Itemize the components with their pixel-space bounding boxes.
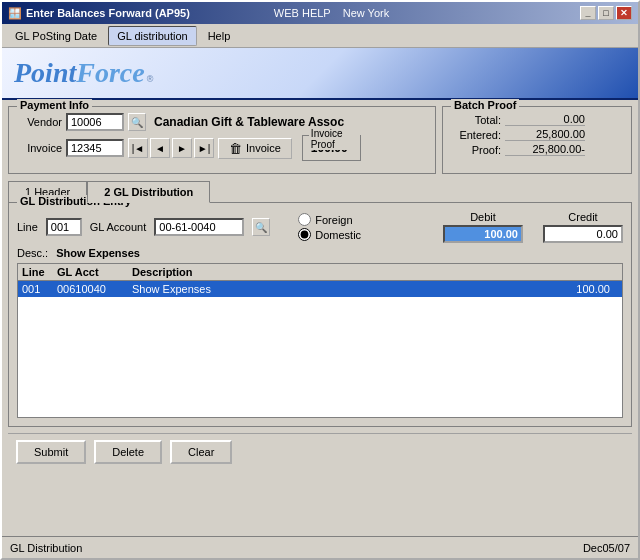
- row-desc: Show Expenses: [132, 283, 528, 295]
- domestic-radio[interactable]: [298, 228, 311, 241]
- batch-proof-panel: Batch Proof Total: 0.00 Entered: 25,800.…: [442, 106, 632, 174]
- proof-value: 25,800.00-: [505, 143, 585, 156]
- account-search-button[interactable]: 🔍: [252, 218, 270, 236]
- debit-credit-group: Debit Credit: [443, 211, 623, 243]
- status-right: Dec05/07: [583, 542, 630, 554]
- grid-empty-area: [18, 297, 622, 417]
- nav-first-button[interactable]: |◄: [128, 138, 148, 158]
- account-label: GL Account: [90, 221, 146, 233]
- domestic-label: Domestic: [315, 229, 361, 241]
- logo: PointForce: [14, 57, 145, 89]
- grid-col-amount: [528, 266, 618, 278]
- trash-icon: 🗑: [229, 141, 242, 156]
- main-content: Payment Info Vendor 🔍 Canadian Gift & Ta…: [2, 100, 638, 476]
- line-input[interactable]: [46, 218, 82, 236]
- table-row[interactable]: 001 00610040 Show Expenses 100.00: [18, 281, 622, 297]
- invoice-label: Invoice: [17, 142, 62, 154]
- gl-grid: Line GL Acct Description 001 00610040 Sh…: [17, 263, 623, 418]
- grid-col-line: Line: [22, 266, 57, 278]
- proof-label: Proof:: [451, 144, 501, 156]
- grid-header: Line GL Acct Description: [18, 264, 622, 281]
- invoice-proof-box: Invoice Proof 100.00-: [302, 135, 361, 161]
- menu-bar: GL PoSting Date GL distribution Help: [2, 24, 638, 48]
- radio-group: Foreign Domestic: [298, 213, 361, 241]
- nav-prev-button[interactable]: ◄: [150, 138, 170, 158]
- title-bar-webhelp: WEB HELP: [274, 7, 331, 19]
- title-bar-text: Enter Balances Forward (AP95): [26, 7, 190, 19]
- invoice-button-label: Invoice: [246, 142, 281, 154]
- menu-gl-posting-date[interactable]: GL PoSting Date: [6, 26, 106, 46]
- minimize-button[interactable]: _: [580, 6, 596, 20]
- account-input[interactable]: [154, 218, 244, 236]
- row-line: 001: [22, 283, 57, 295]
- tabs-row: 1 Header 2 GL Distribution: [8, 180, 632, 202]
- debit-input[interactable]: [443, 225, 523, 243]
- vendor-name: Canadian Gift & Tableware Assoc: [154, 115, 344, 129]
- status-bar: GL Distribution Dec05/07: [2, 536, 638, 558]
- entered-label: Entered:: [451, 129, 501, 141]
- nav-buttons: |◄ ◄ ► ►|: [128, 138, 214, 158]
- title-bar-icon: 🪟: [8, 7, 22, 20]
- line-label: Line: [17, 221, 38, 233]
- tab-gl-distribution[interactable]: 2 GL Distribution: [87, 181, 210, 203]
- nav-last-button[interactable]: ►|: [194, 138, 214, 158]
- title-bar: 🪟 Enter Balances Forward (AP95) WEB HELP…: [2, 2, 638, 24]
- logo-part1: Point: [14, 57, 76, 88]
- delete-button[interactable]: Delete: [94, 440, 162, 464]
- total-label: Total:: [451, 114, 501, 126]
- desc-value: Show Expenses: [56, 247, 140, 259]
- vendor-input[interactable]: [66, 113, 124, 131]
- desc-label: Desc.:: [17, 247, 48, 259]
- bottom-bar: Submit Delete Clear: [8, 433, 632, 470]
- invoice-proof-label: Invoice Proof: [309, 128, 360, 150]
- menu-help[interactable]: Help: [199, 26, 240, 46]
- logo-trademark: ®: [147, 74, 154, 84]
- payment-info-label: Payment Info: [17, 99, 92, 111]
- logo-area: PointForce ®: [2, 48, 638, 100]
- menu-gl-distribution[interactable]: GL distribution: [108, 26, 197, 46]
- foreign-radio[interactable]: [298, 213, 311, 226]
- debit-label: Debit: [470, 211, 496, 223]
- title-bar-location: New York: [343, 7, 389, 19]
- payment-info-panel: Payment Info Vendor 🔍 Canadian Gift & Ta…: [8, 106, 436, 174]
- total-value: 0.00: [505, 113, 585, 126]
- credit-label: Credit: [568, 211, 597, 223]
- row-acct: 00610040: [57, 283, 132, 295]
- nav-next-button[interactable]: ►: [172, 138, 192, 158]
- logo-part2: Force: [76, 57, 144, 88]
- maximize-button[interactable]: □: [598, 6, 614, 20]
- invoice-input[interactable]: [66, 139, 124, 157]
- foreign-label: Foreign: [315, 214, 352, 226]
- credit-input[interactable]: [543, 225, 623, 243]
- vendor-search-button[interactable]: 🔍: [128, 113, 146, 131]
- submit-button[interactable]: Submit: [16, 440, 86, 464]
- gl-distribution-panel: GL Distribution Entry Line GL Account 🔍 …: [8, 202, 632, 427]
- close-button[interactable]: ✕: [616, 6, 632, 20]
- row-amount: 100.00: [528, 283, 618, 295]
- invoice-button[interactable]: 🗑 Invoice: [218, 138, 292, 159]
- batch-proof-label: Batch Proof: [451, 99, 519, 111]
- grid-col-acct: GL Acct: [57, 266, 132, 278]
- status-left: GL Distribution: [10, 542, 82, 554]
- grid-col-desc: Description: [132, 266, 528, 278]
- entered-value: 25,800.00: [505, 128, 585, 141]
- vendor-label: Vendor: [17, 116, 62, 128]
- clear-button[interactable]: Clear: [170, 440, 232, 464]
